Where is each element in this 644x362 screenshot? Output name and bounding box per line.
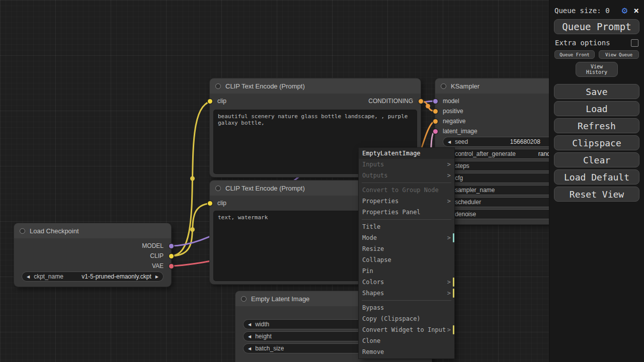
widget-name: batch_size [255, 345, 284, 352]
menu-item-convert-widget-to-input[interactable]: Convert Widget to Input > [359, 324, 454, 335]
clear-button[interactable]: Clear [554, 152, 639, 167]
menu-separator [362, 219, 451, 220]
settings-gear-icon[interactable]: ⚙ [622, 6, 627, 15]
arrow-left-icon[interactable]: ◀ [448, 140, 451, 144]
load-button[interactable]: Load [554, 101, 639, 116]
submenu-arrow-icon: > [447, 288, 451, 299]
arrow-left-icon[interactable]: ◀ [248, 334, 251, 339]
submenu-arrow-icon: > [447, 170, 451, 181]
collapse-dot-icon[interactable] [215, 186, 221, 191]
model-input-port[interactable] [433, 99, 438, 104]
menu-item-collapse[interactable]: Collapse [359, 254, 454, 265]
menu-item-outputs[interactable]: Outputs > [359, 170, 454, 181]
node-load-checkpoint[interactable]: Load Checkpoint MODEL CLIP VAE ◀ ckpt_na… [14, 223, 171, 287]
submenu-arrow-icon: > [447, 277, 451, 288]
menu-item-remove[interactable]: Remove [359, 346, 454, 357]
menu-item-label: Clone [362, 335, 380, 346]
menu-item-label: Shapes [362, 288, 384, 299]
output-label: CONDITIONING [368, 98, 413, 105]
input-label: negative [443, 118, 465, 125]
submenu-arrow-icon: > [447, 324, 451, 335]
menu-item-label: Outputs [362, 170, 388, 181]
extra-options-checkbox[interactable] [631, 39, 638, 47]
queue-front-button[interactable]: Queue Front [554, 50, 595, 59]
widget-name: scheduler [455, 199, 481, 206]
menu-item-copy-clipspace[interactable]: Copy (Clipspace) [359, 313, 454, 324]
menu-item-label: Inputs [362, 159, 384, 170]
view-queue-button[interactable]: View Queue [599, 50, 639, 59]
menu-item-label: Convert Widget to Input [362, 324, 446, 335]
submenu-arrow-icon: > [447, 196, 451, 207]
clip-input-port[interactable] [208, 99, 212, 104]
clip-input-port[interactable] [208, 201, 212, 206]
conditioning-output-port[interactable] [419, 99, 423, 104]
clip-output-port[interactable] [169, 254, 174, 258]
load-default-button[interactable]: Load Default [554, 169, 639, 185]
ckpt-name-widget[interactable]: ◀ ckpt_name v1-5-pruned-emaonly.ckpt ▶ [22, 272, 163, 281]
clipspace-button[interactable]: Clipspace [554, 135, 639, 150]
menu-item-label: Properties Panel [362, 207, 421, 218]
reset-view-button[interactable]: Reset View [554, 187, 639, 202]
input-label: clip [217, 98, 226, 105]
collapse-dot-icon[interactable] [20, 228, 25, 234]
menu-separator [362, 300, 451, 301]
menu-item-mode[interactable]: Mode > [359, 232, 454, 243]
close-icon[interactable]: × [633, 6, 639, 15]
context-menu: EmptyLatentImage Inputs > Outputs > Conv… [359, 148, 454, 358]
menu-item-bypass[interactable]: Bypass [359, 302, 454, 313]
save-button[interactable]: Save [554, 84, 639, 99]
arrow-right-icon[interactable]: ▶ [155, 275, 158, 279]
graph-canvas[interactable]: CLIP Text Encode (Prompt) clip CONDITION… [0, 0, 644, 362]
queue-prompt-button[interactable]: Queue Prompt [554, 19, 639, 34]
negative-input-port[interactable] [433, 119, 438, 124]
menu-separator [362, 183, 451, 183]
menu-item-label: Resize [362, 243, 384, 254]
extra-options-row: Extra options [555, 39, 638, 47]
menu-item-label: Mode [362, 232, 377, 243]
menu-item-label: Title [362, 221, 380, 232]
node-header[interactable]: Load Checkpoint [14, 223, 171, 238]
collapse-dot-icon[interactable] [215, 83, 221, 89]
submenu-accent [453, 278, 454, 287]
widget-name: ckpt_name [34, 273, 63, 280]
input-label: positive [443, 108, 463, 115]
latent-image-input-port[interactable] [433, 129, 438, 134]
widget-name: steps [455, 162, 469, 169]
widget-name: cfg [455, 174, 463, 182]
context-menu-title: EmptyLatentImage [359, 148, 454, 159]
output-label: VAE [152, 262, 164, 269]
menu-item-label: Collapse [362, 254, 391, 265]
menu-item-label: Copy (Clipspace) [362, 313, 421, 324]
menu-item-resize[interactable]: Resize [359, 243, 454, 254]
submenu-accent [453, 325, 454, 334]
menu-item-title[interactable]: Title [359, 221, 454, 232]
menu-item-clone[interactable]: Clone [359, 335, 454, 346]
node-title: CLIP Text Encode (Prompt) [225, 82, 305, 90]
vae-output-port[interactable] [169, 264, 174, 268]
refresh-button[interactable]: Refresh [554, 118, 639, 133]
menu-item-inputs[interactable]: Inputs > [359, 159, 454, 170]
output-label: CLIP [150, 252, 164, 259]
widget-name: control_after_generate [455, 150, 516, 157]
menu-item-colors[interactable]: Colors > [359, 277, 454, 288]
menu-item-shapes[interactable]: Shapes > [359, 288, 454, 299]
view-history-button[interactable]: View History [576, 62, 618, 77]
arrow-left-icon[interactable]: ◀ [248, 346, 251, 351]
arrow-left-icon[interactable]: ◀ [248, 322, 251, 327]
model-output-port[interactable] [169, 244, 174, 248]
collapse-dot-icon[interactable] [441, 83, 446, 89]
positive-input-port[interactable] [433, 109, 438, 114]
view-history-label: View History [585, 64, 608, 75]
menu-item-label: Remove [362, 346, 384, 357]
arrow-left-icon[interactable]: ◀ [27, 275, 30, 279]
menu-item-properties-panel[interactable]: Properties Panel [359, 207, 454, 218]
menu-item-convert-to-group-node[interactable]: Convert to Group Node [359, 185, 454, 196]
input-label: model [443, 98, 459, 105]
collapse-dot-icon[interactable] [241, 296, 247, 302]
menu-item-label: Pin [362, 265, 373, 277]
menu-item-label: Properties [362, 196, 398, 207]
menu-item-pin[interactable]: Pin [359, 265, 454, 277]
menu-item-properties[interactable]: Properties > [359, 196, 454, 207]
node-header[interactable]: CLIP Text Encode (Prompt) [210, 78, 421, 94]
menu-item-label: Bypass [362, 302, 384, 313]
